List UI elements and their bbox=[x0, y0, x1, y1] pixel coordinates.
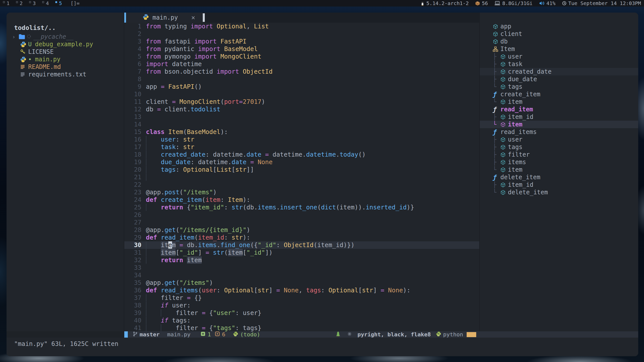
code-line-20[interactable]: 20 tags: Optional[List[str]] bbox=[124, 166, 479, 173]
outline-item-filter[interactable]: ├filter bbox=[480, 151, 638, 158]
volume-indicator[interactable]: 41% bbox=[539, 0, 555, 6]
outline-item-item[interactable]: └item bbox=[480, 121, 638, 128]
line-number: 21 bbox=[124, 173, 141, 181]
outline-item-app[interactable]: app bbox=[480, 23, 638, 30]
code-line-9[interactable]: 9app = FastAPI() bbox=[124, 83, 479, 90]
code-line-38[interactable]: 38 if user: bbox=[124, 302, 479, 309]
workspace-3[interactable]: 3 bbox=[29, 0, 36, 6]
outline-item-create_item[interactable]: ƒcreate_item bbox=[480, 90, 638, 98]
tree-item-main-py[interactable]: •main.py bbox=[7, 56, 124, 63]
code-text: tags: Optional[List[str]] bbox=[146, 166, 254, 173]
code-line-33[interactable]: 33 bbox=[124, 264, 479, 272]
outline-item-due_date[interactable]: ├due_date bbox=[480, 75, 638, 83]
code-line-23[interactable]: 23@app.post("/items") bbox=[124, 189, 479, 196]
code-line-25[interactable]: 25 return {"item_id": str(db.items.inser… bbox=[124, 204, 479, 211]
code-line-12[interactable]: 12db = client.todolist bbox=[124, 106, 479, 113]
workspace-4[interactable]: 4 bbox=[42, 0, 49, 6]
code-area: 1from typing import Optional, List23from… bbox=[124, 23, 479, 331]
tree-item-license[interactable]: LICENSE bbox=[7, 48, 124, 56]
chevron-right-icon: › bbox=[12, 34, 19, 40]
outline-item-label: item bbox=[508, 166, 522, 173]
code-text: filter = {} bbox=[146, 294, 202, 302]
tree-item--pycache-[interactable]: ›__pycache__ bbox=[7, 33, 124, 40]
outline-item-db[interactable]: db bbox=[480, 38, 638, 45]
code-line-39[interactable]: 39 filter = {"user": user} bbox=[124, 309, 479, 317]
code-line-11[interactable]: 11client = MongoClient(port=27017) bbox=[124, 98, 479, 106]
outline-item-delete_item[interactable]: ƒdelete_item bbox=[480, 173, 638, 181]
line-number: 32 bbox=[124, 256, 141, 264]
line-number: 24 bbox=[124, 196, 141, 204]
outline-item-delete_item[interactable]: └delete_item bbox=[480, 189, 638, 196]
code-line-22[interactable]: 22 bbox=[124, 181, 479, 189]
code-line-16[interactable]: 16 user: str bbox=[124, 136, 479, 143]
code-line-21[interactable]: 21 bbox=[124, 173, 479, 181]
tab-close-icon[interactable]: × bbox=[191, 14, 195, 21]
tree-connector: └ bbox=[493, 121, 500, 128]
code-line-27[interactable]: 27 bbox=[124, 219, 479, 226]
code-line-40[interactable]: 40 if tags: bbox=[124, 317, 479, 324]
workspace-5[interactable]: 5 bbox=[55, 0, 62, 6]
layout-symbol[interactable]: []= bbox=[70, 0, 79, 6]
outline-item-tags[interactable]: └tags bbox=[480, 83, 638, 90]
git-changed-segment: 6 bbox=[215, 331, 225, 338]
outline-item-label: due_date bbox=[508, 76, 537, 83]
code-line-5[interactable]: 5from pymongo import MongoClient bbox=[124, 53, 479, 60]
outline-item-tags[interactable]: ├tags bbox=[480, 143, 638, 151]
outline-item-item[interactable]: └item bbox=[480, 98, 638, 106]
outline-item-read_item[interactable]: ƒread_item bbox=[480, 106, 638, 113]
code-text: def read_items(user: Optional[str] = Non… bbox=[146, 287, 410, 294]
code-line-36[interactable]: 36def read_items(user: Optional[str] = N… bbox=[124, 287, 479, 294]
code-line-6[interactable]: 6import datetime bbox=[124, 60, 479, 68]
code-line-19[interactable]: 19 due_date: datetime.date = None bbox=[124, 158, 479, 166]
code-line-15[interactable]: 15class Item(BaseModel): bbox=[124, 128, 479, 136]
code-line-29[interactable]: 29def read_item(item_id: str): bbox=[124, 234, 479, 241]
outline-item-client[interactable]: client bbox=[480, 30, 638, 38]
code-line-17[interactable]: 17 task: str bbox=[124, 143, 479, 151]
outline-item-created_date[interactable]: ├created_date bbox=[480, 68, 638, 75]
tree-item-requirements-txt[interactable]: requirements.txt bbox=[7, 71, 124, 78]
code-line-4[interactable]: 4from pydantic import BaseModel bbox=[124, 45, 479, 53]
code-line-7[interactable]: 7from bson.objectid import ObjectId bbox=[124, 68, 479, 75]
outline-item-user[interactable]: ├user bbox=[480, 53, 638, 60]
tree-item-readme-md[interactable]: README.md bbox=[7, 63, 124, 71]
workspace-1[interactable]: 1 bbox=[3, 0, 10, 6]
tabline-accent-bar bbox=[124, 13, 126, 23]
outline-item-task[interactable]: ├task bbox=[480, 60, 638, 68]
code-line-41[interactable]: 41 filter = {"tags": tags} bbox=[124, 324, 479, 331]
code-line-26[interactable]: 26 bbox=[124, 211, 479, 219]
tree-root-folder[interactable]: todolist/.. bbox=[14, 24, 124, 31]
outline-item-read_items[interactable]: ƒread_items bbox=[480, 128, 638, 136]
outline-item-item[interactable]: └item bbox=[480, 166, 638, 173]
code-line-35[interactable]: 35@app.get("/items") bbox=[124, 279, 479, 287]
code-line-24[interactable]: 24def create_item(item: Item): bbox=[124, 196, 479, 204]
code-line-31[interactable]: 31 item["_id"] = str(item["_id"]) bbox=[124, 249, 479, 256]
code-line-3[interactable]: 3from fastapi import FastAPI bbox=[124, 38, 479, 45]
command-line[interactable]: "main.py" 63L, 1625C written bbox=[7, 338, 638, 356]
tab-main-py[interactable]: main.py × bbox=[126, 13, 203, 23]
buffer-tabline: main.py × bbox=[124, 13, 479, 23]
code-line-13[interactable]: 13 bbox=[124, 113, 479, 121]
code-line-8[interactable]: 8 bbox=[124, 75, 479, 83]
lsp-segment bbox=[347, 331, 352, 338]
workspace-2[interactable]: 2 bbox=[16, 0, 23, 6]
outline-item-item_id[interactable]: ├item_id bbox=[480, 181, 638, 189]
progress-block bbox=[467, 332, 476, 337]
code-line-18[interactable]: 18 created_date: datetime.date = datetim… bbox=[124, 151, 479, 158]
code-line-1[interactable]: 1from typing import Optional, List bbox=[124, 23, 479, 30]
code-line-37[interactable]: 37 filter = {} bbox=[124, 294, 479, 302]
code-line-28[interactable]: 28@app.get("/items/{item_id}") bbox=[124, 226, 479, 234]
outline-item-user[interactable]: ├user bbox=[480, 136, 638, 143]
outline-item-item_id[interactable]: ├item_id bbox=[480, 113, 638, 121]
tree-connector: └ bbox=[493, 189, 500, 196]
outline-item-items[interactable]: ├items bbox=[480, 158, 638, 166]
line-number: 2 bbox=[124, 30, 141, 38]
code-line-10[interactable]: 10 bbox=[124, 90, 479, 98]
code-line-14[interactable]: 14 bbox=[124, 121, 479, 128]
code-line-34[interactable]: 34 bbox=[124, 272, 479, 279]
tree-item-debug-example-py[interactable]: Udebug_example.py bbox=[7, 40, 124, 48]
code-line-2[interactable]: 2 bbox=[124, 30, 479, 38]
outline-item-Item[interactable]: Item bbox=[480, 45, 638, 53]
code-line-30[interactable]: 30 item = db.items.find_one({"_id": Obje… bbox=[124, 241, 479, 249]
tree-connector: ├ bbox=[493, 53, 500, 60]
code-line-32[interactable]: 32 return item bbox=[124, 256, 479, 264]
